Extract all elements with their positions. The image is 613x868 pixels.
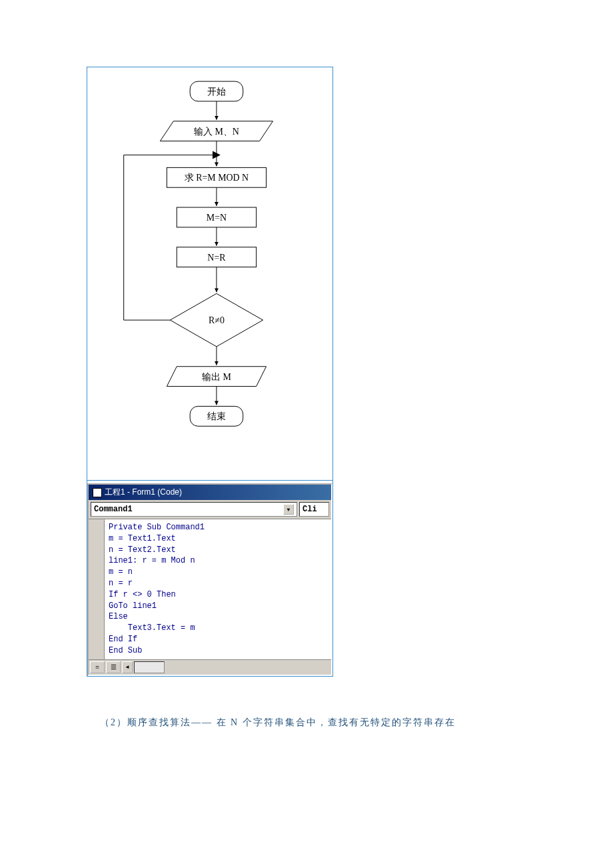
dropdown-bar: Command1 ▼ Cli bbox=[89, 500, 331, 519]
code-gutter bbox=[89, 519, 105, 659]
start-label: 开始 bbox=[207, 87, 226, 97]
object-dropdown[interactable]: Command1 ▼ bbox=[91, 502, 297, 517]
code-window-titlebar: 工程1 - Form1 (Code) bbox=[89, 485, 331, 500]
end-label: 结束 bbox=[207, 411, 226, 421]
caption-text: （2）顺序查找算法—— 在 N 个字符串集合中，查找有无特定的字符串存在 bbox=[100, 717, 613, 729]
scroll-left-button[interactable]: ◄ bbox=[122, 661, 133, 673]
object-dropdown-value: Command1 bbox=[94, 505, 133, 514]
proc2-label: M=N bbox=[207, 213, 227, 223]
window-title: 工程1 - Form1 (Code) bbox=[105, 487, 182, 498]
procedure-dropdown[interactable]: Cli bbox=[299, 502, 329, 517]
flowchart-diagram: 开始 输入 M、N 求 R=M MOD N M=N N=R R≠0 输出 M bbox=[87, 67, 332, 481]
procedure-dropdown-value: Cli bbox=[303, 505, 317, 514]
horizontal-scrollbar[interactable] bbox=[134, 661, 165, 673]
proc3-label: N=R bbox=[207, 253, 226, 263]
procedure-view-button[interactable]: ≡ bbox=[90, 661, 105, 673]
full-view-button[interactable]: ☰ bbox=[106, 661, 121, 673]
vb-code-window: 工程1 - Form1 (Code) Command1 ▼ Cli Privat… bbox=[87, 483, 332, 676]
code-area: Private Sub Command1 m = Text1.Text n = … bbox=[89, 519, 331, 659]
decision-label: R≠0 bbox=[209, 315, 225, 325]
input-label: 输入 M、N bbox=[194, 127, 239, 137]
output-label: 输出 M bbox=[202, 372, 231, 382]
window-icon bbox=[93, 488, 102, 497]
vb-source-code[interactable]: Private Sub Command1 m = Text1.Text n = … bbox=[105, 519, 331, 659]
document-figure: 开始 输入 M、N 求 R=M MOD N M=N N=R R≠0 输出 M bbox=[87, 67, 333, 677]
chevron-down-icon[interactable]: ▼ bbox=[283, 504, 294, 515]
proc1-label: 求 R=M MOD N bbox=[185, 173, 249, 183]
code-bottom-bar: ≡ ☰ ◄ bbox=[89, 659, 331, 675]
